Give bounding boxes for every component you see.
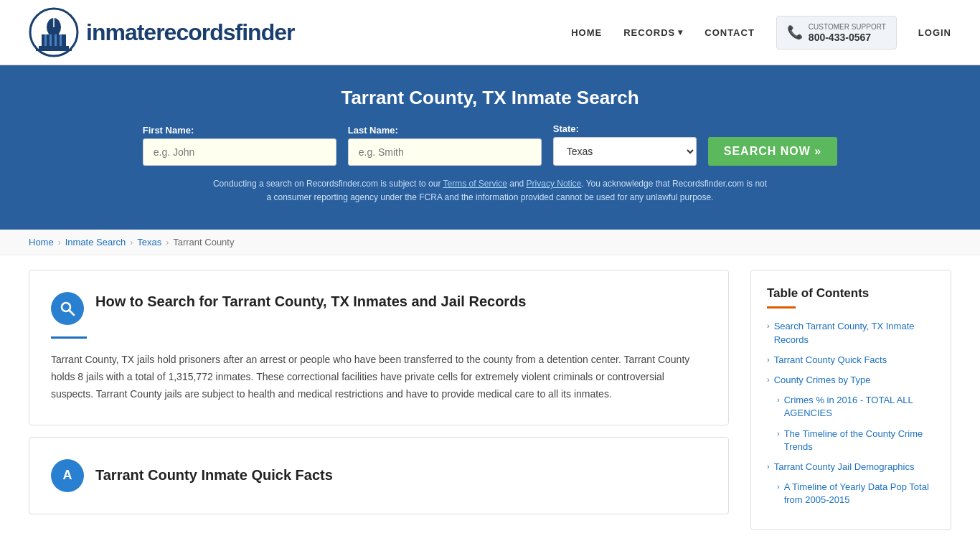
toc-item-1[interactable]: › Tarrant County Quick Facts <box>767 354 935 367</box>
nav-contact[interactable]: CONTACT <box>705 27 755 38</box>
site-header: inmaterecordsfinder HOME RECORDS ▾ CONTA… <box>0 0 980 65</box>
toc-item-5[interactable]: › Tarrant County Jail Demographics <box>767 461 935 474</box>
logo-text: inmaterecordsfinder <box>86 19 294 46</box>
last-name-input[interactable] <box>348 138 542 166</box>
privacy-link[interactable]: Privacy Notice <box>527 179 582 189</box>
toc-sub-item-3[interactable]: › Crimes % in 2016 - TOTAL ALL AGENCIES <box>767 394 935 420</box>
toc-link-2[interactable]: County Crimes by Type <box>774 374 871 387</box>
search-circle-icon <box>51 292 84 325</box>
headset-icon: 📞 <box>787 24 803 40</box>
toc-item-0[interactable]: › Search Tarrant County, TX Inmate Recor… <box>767 320 935 346</box>
breadcrumb-sep-1: › <box>58 237 61 248</box>
svg-rect-4 <box>50 34 52 46</box>
article-divider-1 <box>51 336 87 339</box>
toc-link-6[interactable]: A Timeline of Yearly Data Pop Total from… <box>784 481 935 507</box>
facts-circle-icon: A <box>51 459 84 492</box>
toc-sub-item-4[interactable]: › The Timeline of the County Crime Trend… <box>767 428 935 453</box>
article-title-1: How to Search for Tarrant County, TX Inm… <box>95 292 527 311</box>
state-label: State: <box>553 123 579 134</box>
article-card-2: A Tarrant County Inmate Quick Facts <box>29 437 729 514</box>
toc-link-5[interactable]: Tarrant County Jail Demographics <box>774 461 915 474</box>
toc-chevron-1: › <box>767 355 770 364</box>
article-card-1: How to Search for Tarrant County, TX Inm… <box>29 270 729 425</box>
svg-rect-8 <box>36 49 72 51</box>
toc-link-0[interactable]: Search Tarrant County, TX Inmate Records <box>774 320 935 346</box>
disclaimer-text: Conducting a search on Recordsfinder.com… <box>210 177 770 204</box>
support-number: 800-433-0567 <box>809 32 886 43</box>
toc-divider <box>767 306 796 309</box>
toc-chevron-0: › <box>767 321 770 330</box>
page-title: Tarrant County, TX Inmate Search <box>29 87 951 109</box>
toc-title: Table of Contents <box>767 286 935 301</box>
svg-line-11 <box>70 311 75 316</box>
logo-icon <box>29 7 79 57</box>
nav-login[interactable]: LOGIN <box>918 27 951 38</box>
first-name-group: First Name: <box>143 125 336 166</box>
svg-rect-5 <box>55 34 57 46</box>
content-left: How to Search for Tarrant County, TX Inm… <box>29 270 729 530</box>
search-row: First Name: Last Name: State: AlabamaAla… <box>29 123 951 166</box>
toc-sub-item-6[interactable]: › A Timeline of Yearly Data Pop Total fr… <box>767 481 935 507</box>
last-name-label: Last Name: <box>348 125 398 136</box>
toc-chevron-6: › <box>777 482 780 491</box>
toc-link-1[interactable]: Tarrant County Quick Facts <box>774 354 887 367</box>
first-name-label: First Name: <box>143 125 194 136</box>
svg-rect-3 <box>44 34 47 46</box>
logo[interactable]: inmaterecordsfinder <box>29 7 294 57</box>
main-layout: How to Search for Tarrant County, TX Inm… <box>0 255 980 545</box>
article-header-1: How to Search for Tarrant County, TX Inm… <box>51 292 707 325</box>
breadcrumb-current: Tarrant County <box>173 237 234 248</box>
breadcrumb-sep-3: › <box>166 237 169 248</box>
breadcrumb-sep-2: › <box>130 237 133 248</box>
tos-link[interactable]: Terms of Service <box>443 179 507 189</box>
article-body-1: Tarrant County, TX jails hold prisoners … <box>51 352 707 402</box>
first-name-input[interactable] <box>143 138 336 166</box>
main-nav: HOME RECORDS ▾ CONTACT 📞 CUSTOMER SUPPOR… <box>571 16 951 50</box>
breadcrumb-home[interactable]: Home <box>29 237 54 248</box>
article-header-2: A Tarrant County Inmate Quick Facts <box>51 459 707 492</box>
svg-rect-6 <box>60 34 62 46</box>
svg-rect-7 <box>39 46 69 49</box>
last-name-group: Last Name: <box>348 125 542 166</box>
hero-section: Tarrant County, TX Inmate Search First N… <box>0 65 980 230</box>
toc-link-3[interactable]: Crimes % in 2016 - TOTAL ALL AGENCIES <box>784 394 935 420</box>
search-button[interactable]: SEARCH NOW » <box>708 137 837 166</box>
support-label: CUSTOMER SUPPORT <box>809 22 886 32</box>
article-title-2: Tarrant County Inmate Quick Facts <box>95 467 333 484</box>
toc-link-4[interactable]: The Timeline of the County Crime Trends <box>784 428 935 453</box>
state-group: State: AlabamaAlaskaArizonaArkansasCalif… <box>553 123 697 166</box>
support-box[interactable]: 📞 CUSTOMER SUPPORT 800-433-0567 <box>776 16 897 50</box>
toc-chevron-5: › <box>767 462 770 471</box>
breadcrumb-inmate-search[interactable]: Inmate Search <box>65 237 126 248</box>
state-select[interactable]: AlabamaAlaskaArizonaArkansasCaliforniaCo… <box>553 137 697 166</box>
nav-home[interactable]: HOME <box>571 27 602 38</box>
toc-item-2[interactable]: › County Crimes by Type <box>767 374 935 387</box>
nav-records[interactable]: RECORDS ▾ <box>623 27 683 38</box>
toc-card: Table of Contents › Search Tarrant Count… <box>750 270 951 530</box>
breadcrumb-texas[interactable]: Texas <box>137 237 161 248</box>
breadcrumb: Home › Inmate Search › Texas › Tarrant C… <box>0 230 980 255</box>
sidebar-right: Table of Contents › Search Tarrant Count… <box>750 270 951 530</box>
toc-chevron-3: › <box>777 395 780 404</box>
toc-chevron-4: › <box>777 429 780 438</box>
chevron-down-icon: ▾ <box>678 27 683 37</box>
toc-chevron-2: › <box>767 375 770 384</box>
